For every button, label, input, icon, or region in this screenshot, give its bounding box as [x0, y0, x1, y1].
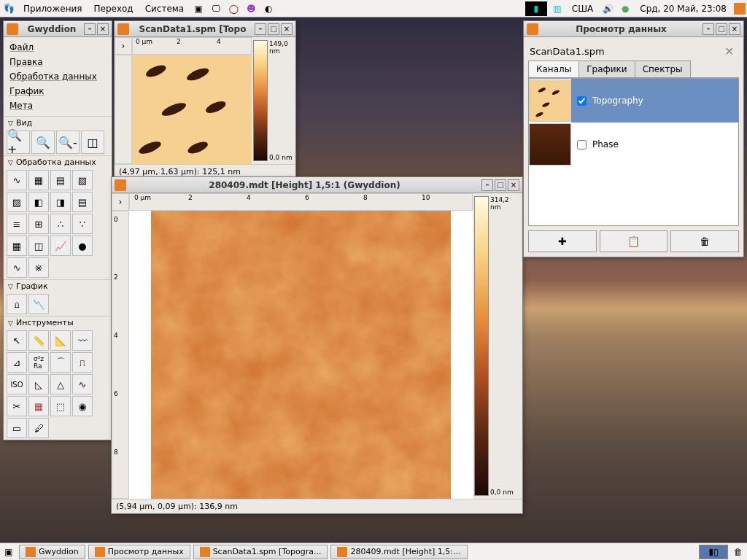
- proc-tool-7[interactable]: ◨: [50, 192, 71, 212]
- trash-icon[interactable]: 🗑: [731, 545, 746, 559]
- graph-tool-1[interactable]: ⩍: [7, 294, 27, 314]
- proc-tool-13[interactable]: ▦: [7, 236, 27, 256]
- tab-spectra[interactable]: Спектры: [635, 61, 691, 77]
- profile-tool-icon[interactable]: 〰: [72, 330, 93, 351]
- fill-tool-icon[interactable]: ◉: [72, 396, 93, 416]
- minimize-button[interactable]: –: [481, 179, 493, 191]
- zoom-in-icon[interactable]: 🔍+: [7, 131, 30, 154]
- pidgin-icon[interactable]: ☻: [244, 1, 258, 16]
- path-tool-icon[interactable]: ∿: [72, 374, 93, 394]
- proc-tool-3[interactable]: ▤: [50, 170, 71, 190]
- tray-meter-icon[interactable]: ▮: [525, 1, 547, 16]
- channel-row[interactable]: Topography: [529, 79, 738, 122]
- scandata-titlebar[interactable]: ScanData1.spm [Topo – □ ×: [115, 21, 295, 37]
- minimize-button[interactable]: –: [84, 23, 96, 35]
- proc-tool-12[interactable]: ∵: [72, 214, 93, 234]
- step-tool-icon[interactable]: ⎍: [72, 352, 93, 373]
- presence-icon[interactable]: ●: [618, 1, 632, 16]
- minimize-button[interactable]: –: [255, 23, 266, 35]
- proc-tool-6[interactable]: ◧: [28, 192, 49, 212]
- new-button[interactable]: ✚: [528, 230, 597, 252]
- maximize-button[interactable]: □: [495, 179, 506, 191]
- section-view[interactable]: Вид: [4, 116, 112, 129]
- opera-icon[interactable]: ◯: [226, 1, 241, 16]
- proc-tool-17[interactable]: ∿: [7, 257, 27, 278]
- section-graph[interactable]: График: [4, 279, 112, 292]
- tab-channels[interactable]: Каналы: [528, 61, 579, 77]
- app-icon[interactable]: ◐: [261, 1, 276, 16]
- close-button[interactable]: ×: [97, 23, 109, 35]
- spectrum-tool-icon[interactable]: ⊿: [7, 352, 27, 373]
- mask-tool-icon[interactable]: ▦: [28, 396, 49, 416]
- zoom-11-icon[interactable]: 🔍: [31, 131, 55, 154]
- show-desktop-icon[interactable]: ▣: [1, 545, 16, 559]
- level-tool-icon[interactable]: ◺: [28, 374, 49, 394]
- section-instruments[interactable]: Инструменты: [4, 316, 112, 329]
- delete-button[interactable]: 🗑: [670, 230, 739, 252]
- gwyddion-tray-icon[interactable]: [734, 3, 746, 15]
- proc-tool-10[interactable]: ⊞: [28, 214, 49, 234]
- menu-edit[interactable]: Правка: [9, 55, 106, 69]
- proc-tool-15[interactable]: 📈: [50, 236, 71, 256]
- menu-places[interactable]: Переход: [88, 4, 139, 14]
- view-3d-icon[interactable]: ◫: [81, 131, 104, 154]
- proc-tool-8[interactable]: ▤: [72, 192, 93, 212]
- channel-row[interactable]: Phase: [529, 122, 738, 166]
- section-process[interactable]: Обработка данных: [4, 155, 112, 168]
- height-image[interactable]: [129, 211, 473, 499]
- minimize-button[interactable]: –: [703, 23, 714, 35]
- task-button[interactable]: Gwyddion: [19, 545, 85, 559]
- graph-tool-2[interactable]: 📉: [28, 294, 49, 314]
- clock[interactable]: Срд, 20 Май, 23:08: [634, 4, 732, 14]
- browser-titlebar[interactable]: Просмотр данных – □ ×: [524, 21, 743, 37]
- tray-bars-icon[interactable]: ▥: [550, 1, 565, 16]
- height-titlebar[interactable]: 280409.mdt [Height] 1,5:1 (Gwyddion) – □…: [112, 177, 522, 193]
- proc-tool-2[interactable]: ▦: [28, 170, 49, 190]
- ruler-tool-icon[interactable]: 📏: [28, 330, 49, 351]
- channel-visible-checkbox[interactable]: [577, 140, 587, 149]
- task-button[interactable]: ScanData1.spm [Topogra...: [193, 545, 328, 559]
- proc-tool-11[interactable]: ∴: [50, 214, 71, 234]
- colorbar[interactable]: [253, 40, 268, 161]
- menu-applications[interactable]: Приложения: [18, 4, 88, 14]
- keyboard-layout[interactable]: США: [566, 4, 599, 14]
- close-button[interactable]: ×: [729, 23, 740, 35]
- monitor-icon[interactable]: 🖵: [209, 1, 223, 16]
- colorbar[interactable]: [474, 196, 489, 496]
- menu-graph[interactable]: График: [9, 84, 106, 98]
- ruler-menu-button[interactable]: ›: [115, 37, 132, 55]
- scan-image[interactable]: [132, 55, 252, 164]
- select-tool-icon[interactable]: ⬚: [50, 396, 71, 416]
- close-button[interactable]: ×: [281, 23, 293, 35]
- proc-tool-9[interactable]: ≡: [7, 214, 27, 234]
- tri-tool-icon[interactable]: △: [50, 374, 71, 394]
- zoom-out-icon[interactable]: 🔍-: [56, 131, 80, 154]
- proc-tool-4[interactable]: ▧: [72, 170, 93, 190]
- ruler-menu-button[interactable]: ›: [112, 193, 129, 211]
- picker-tool-icon[interactable]: 🖊: [28, 418, 49, 438]
- maximize-button[interactable]: □: [268, 23, 279, 35]
- proc-tool-1[interactable]: ∿: [7, 170, 27, 190]
- workspace-switcher[interactable]: ▮▯: [699, 545, 728, 559]
- menu-file[interactable]: Файл: [9, 40, 106, 55]
- gradient-tool-icon[interactable]: ▭: [7, 418, 27, 438]
- proc-tool-18[interactable]: ※: [28, 257, 49, 278]
- volume-icon[interactable]: 🔊: [600, 1, 615, 16]
- stats-tool-icon[interactable]: σ²zRa: [28, 352, 49, 373]
- curve-tool-icon[interactable]: ⌒: [50, 352, 71, 373]
- close-button[interactable]: ×: [508, 179, 519, 191]
- proc-tool-14[interactable]: ◫: [28, 236, 49, 256]
- task-button[interactable]: 280409.mdt [Height] 1,5:...: [330, 545, 467, 559]
- proc-tool-16[interactable]: ●: [72, 236, 93, 256]
- terminal-icon[interactable]: ▣: [191, 1, 206, 16]
- crop-tool-icon[interactable]: ✂: [7, 396, 27, 416]
- file-close-icon[interactable]: ✕: [724, 44, 738, 58]
- copy-button[interactable]: 📋: [600, 230, 668, 252]
- menu-system[interactable]: Система: [139, 4, 190, 14]
- angle-tool-icon[interactable]: 📐: [50, 330, 71, 351]
- proc-tool-5[interactable]: ▨: [7, 192, 27, 212]
- maximize-button[interactable]: □: [716, 23, 727, 35]
- tab-graphs[interactable]: Графики: [578, 61, 635, 77]
- channel-visible-checkbox[interactable]: [577, 96, 587, 106]
- menu-meta[interactable]: Мета: [9, 98, 106, 113]
